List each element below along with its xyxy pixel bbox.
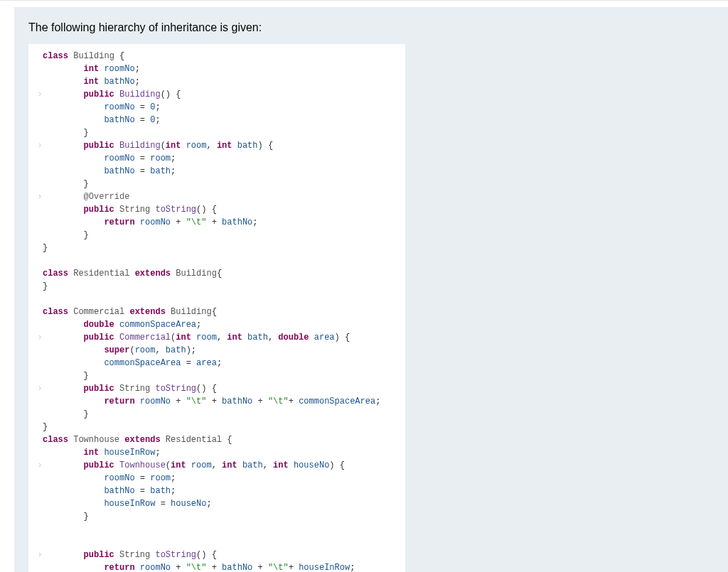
code-token: ; xyxy=(155,115,160,125)
gutter-marker xyxy=(37,75,43,88)
code-token: extends xyxy=(129,307,165,317)
code-token: ) { xyxy=(329,460,345,470)
code-token: houseNo xyxy=(294,460,329,470)
code-token: ; xyxy=(135,64,140,74)
code-token: bath xyxy=(237,141,258,151)
code-line: bathNo = 0; xyxy=(37,114,397,126)
code-token: = xyxy=(135,166,151,176)
code-token: { xyxy=(217,269,222,279)
code-token: class xyxy=(43,51,68,61)
code-token: return xyxy=(104,563,134,572)
code-token: = xyxy=(181,358,196,368)
gutter-marker xyxy=(37,178,43,190)
gutter-marker: › xyxy=(37,459,43,472)
gutter-marker xyxy=(37,344,43,357)
code-token xyxy=(135,563,140,572)
code-line: bathNo = bath; xyxy=(37,485,397,497)
code-token: double xyxy=(84,320,114,330)
code-token: + xyxy=(289,563,299,572)
code-line: } xyxy=(37,178,397,190)
code-token: room xyxy=(196,333,217,342)
code-line xyxy=(37,293,397,306)
code-token: public xyxy=(84,384,114,394)
code-token: extends xyxy=(135,269,171,279)
code-token: public xyxy=(84,333,114,342)
code-token: = xyxy=(155,499,171,509)
code-token: ; xyxy=(171,166,176,176)
code-token: () { xyxy=(196,205,217,215)
code-line: } xyxy=(37,229,397,242)
code-token xyxy=(191,333,196,342)
code-token xyxy=(135,217,140,227)
gutter-marker xyxy=(37,369,43,382)
code-token: room xyxy=(150,473,171,483)
code-line: class Townhouse extends Residential { xyxy=(37,433,397,446)
code-token: String xyxy=(119,205,150,215)
code-token: ; xyxy=(171,153,176,163)
code-token: "\t" xyxy=(186,396,207,406)
code-line: int houseInRow; xyxy=(37,446,397,459)
code-token: commonSpaceArea xyxy=(119,320,196,330)
code-token: Building xyxy=(119,90,161,99)
code-token: ; xyxy=(350,563,355,572)
code-token: + xyxy=(252,396,268,406)
code-token: , xyxy=(206,141,216,151)
code-line: } xyxy=(37,126,397,139)
code-token xyxy=(181,141,186,151)
gutter-marker xyxy=(37,203,43,216)
code-token: int xyxy=(84,77,100,87)
code-token: houseInRow xyxy=(299,563,350,572)
gutter-marker xyxy=(37,216,43,229)
code-token: Residential xyxy=(166,435,222,445)
code-token: ( xyxy=(129,345,134,355)
code-token: Townhouse xyxy=(119,460,166,470)
code-token: Building xyxy=(119,141,161,151)
gutter-marker: › xyxy=(37,139,43,152)
code-token: room xyxy=(150,153,171,163)
code-line: › public Townhouse(int room, int bath, i… xyxy=(37,459,397,472)
code-line: super(room, bath); xyxy=(37,344,397,357)
code-token: bathNo xyxy=(222,563,252,572)
code-token: houseInRow xyxy=(104,499,155,509)
code-line: › public Building(int room, int bath) { xyxy=(37,139,397,152)
code-token: ; xyxy=(171,486,176,496)
code-token: toString xyxy=(155,384,196,394)
code-token xyxy=(114,205,119,215)
code-token: toString xyxy=(155,205,196,215)
code-token xyxy=(232,141,237,151)
question-container: The following hierarchy of inheritance i… xyxy=(14,7,728,572)
code-token: roomNo xyxy=(140,563,171,572)
code-line: return roomNo + "\t" + bathNo + "\t"+ ho… xyxy=(37,561,397,572)
code-token: roomNo xyxy=(104,473,134,483)
code-token: return xyxy=(104,217,134,227)
code-token: roomNo xyxy=(104,64,134,74)
code-token: + xyxy=(289,396,299,406)
code-token: } xyxy=(84,512,89,522)
gutter-marker xyxy=(37,267,43,280)
code-line: public String toString() { xyxy=(37,203,397,216)
code-token: ; xyxy=(155,448,160,458)
code-token: = xyxy=(135,102,151,112)
code-line: } xyxy=(37,421,397,433)
code-line: int roomNo; xyxy=(37,63,397,75)
code-token: public xyxy=(84,141,114,151)
gutter-marker: › xyxy=(37,88,43,101)
gutter-marker xyxy=(37,242,43,254)
code-token: int xyxy=(171,460,186,470)
code-token: ; xyxy=(155,102,160,112)
code-token xyxy=(114,550,119,560)
code-token: "\t" xyxy=(268,396,289,406)
code-token: bathNo xyxy=(104,115,134,125)
gutter-marker xyxy=(37,485,43,497)
code-token: ; xyxy=(196,320,201,330)
code-token: public xyxy=(84,205,114,215)
gutter-marker xyxy=(37,254,43,267)
code-token xyxy=(114,460,119,470)
gutter-marker xyxy=(37,126,43,139)
code-token: + xyxy=(206,563,222,572)
gutter-marker xyxy=(37,63,43,75)
gutter-marker xyxy=(37,433,43,446)
gutter-marker xyxy=(37,229,43,242)
code-line: › public String toString() { xyxy=(37,382,397,395)
code-token: = xyxy=(135,153,151,163)
